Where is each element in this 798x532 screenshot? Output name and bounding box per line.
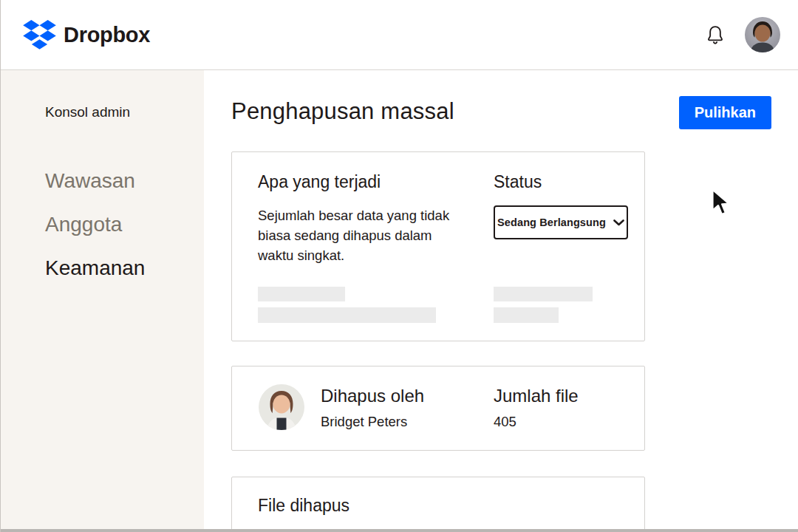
deleted-by-card: Dihapus oleh Bridget Peters Jumlah file … [231, 366, 645, 451]
status-dropdown[interactable]: Sedang Berlangsung [494, 205, 628, 239]
title-row: Penghapusan massal Pulihkan [231, 96, 771, 129]
placeholder-bar [258, 287, 345, 301]
status-dropdown-value: Sedang Berlangsung [497, 216, 606, 228]
deleted-by-name: Bridget Peters [321, 414, 424, 430]
main-content: Penghapusan massal Pulihkan Apa yang ter… [204, 70, 798, 532]
sidebar-nav: Wawasan Anggota Keamanan [45, 169, 189, 280]
user-avatar[interactable] [745, 17, 780, 52]
bridget-avatar [259, 384, 304, 430]
page-title: Penghapusan massal [231, 96, 454, 127]
sidebar-title: Konsol admin [45, 104, 189, 120]
sidebar-item-keamanan[interactable]: Keamanan [45, 256, 189, 280]
top-bar-actions [706, 17, 780, 52]
sidebar-item-anggota[interactable]: Anggota [45, 213, 189, 236]
incident-what-column: Apa yang terjadi Sejumlah besar data yan… [258, 171, 488, 265]
deleted-by-title: Dihapus oleh [321, 385, 424, 407]
placeholder-bar [258, 307, 436, 323]
dropbox-admin-console: Dropbox [0, 0, 798, 532]
sidebar: Konsol admin Wawasan Anggota Keamanan [1, 70, 204, 532]
incident-what-body: Sejumlah besar data yang tidak biasa sed… [258, 205, 488, 265]
sidebar-item-wawasan[interactable]: Wawasan [45, 169, 189, 193]
incident-card: Apa yang terjadi Sejumlah besar data yan… [231, 151, 645, 341]
file-count-column: Jumlah file 405 [494, 385, 579, 430]
deleted-by-column: Dihapus oleh Bridget Peters [321, 385, 424, 430]
restore-button[interactable]: Pulihkan [679, 96, 771, 129]
dropbox-logo[interactable]: Dropbox [23, 20, 150, 50]
viewport-bottom-edge [1, 529, 798, 532]
status-title: Status [494, 171, 641, 192]
files-deleted-card: File dihapus [231, 477, 645, 532]
file-count-title: Jumlah file [494, 385, 579, 407]
incident-what-title: Apa yang terjadi [258, 171, 488, 192]
brand-name: Dropbox [64, 23, 150, 47]
files-deleted-title: File dihapus [258, 495, 644, 516]
chevron-down-icon [613, 219, 624, 226]
placeholder-bar [494, 307, 559, 323]
dropbox-glyph-icon [23, 20, 56, 50]
notifications-bell-icon[interactable] [706, 24, 725, 46]
placeholder-bar [494, 287, 593, 301]
incident-status-column: Status Sedang Berlangsung [494, 171, 641, 239]
top-bar: Dropbox [1, 0, 798, 70]
file-count-value: 405 [494, 414, 579, 430]
